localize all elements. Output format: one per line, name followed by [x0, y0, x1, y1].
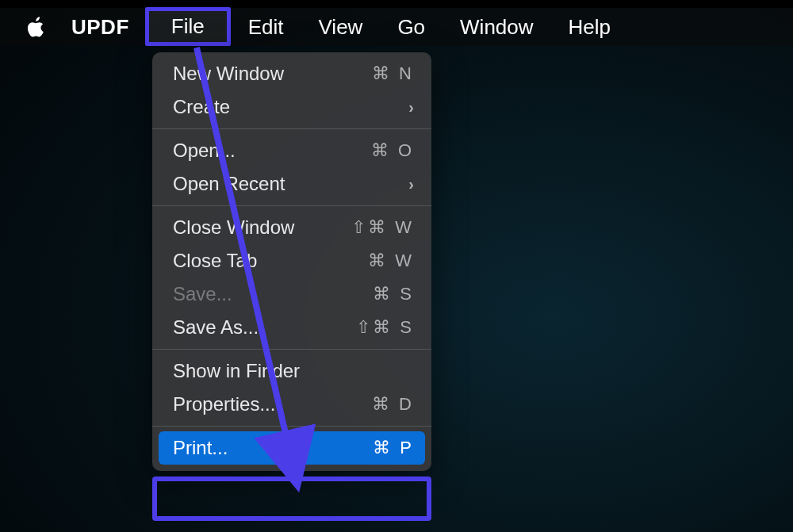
menu-item-shortcut: ⌘ W	[368, 251, 414, 271]
menu-close-tab[interactable]: Close Tab ⌘ W	[152, 244, 431, 277]
menu-item-shortcut: ⇧⌘ S	[356, 317, 414, 338]
menu-item-shortcut: ⌘ S	[373, 284, 414, 304]
menu-close-window[interactable]: Close Window ⇧⌘ W	[152, 211, 431, 244]
menu-item-label: Save As...	[173, 316, 356, 339]
menu-open-recent[interactable]: Open Recent ›	[152, 167, 431, 201]
menu-open[interactable]: Open... ⌘ O	[152, 134, 431, 167]
annotation-highlight-print	[152, 477, 431, 521]
menu-show-in-finder[interactable]: Show in Finder	[152, 354, 431, 388]
chevron-right-icon: ›	[408, 98, 414, 117]
menu-save-as[interactable]: Save As... ⇧⌘ S	[152, 311, 431, 344]
menu-item-shortcut: ⇧⌘ W	[351, 217, 414, 238]
menu-separator	[152, 205, 431, 206]
menu-item-label: Save...	[173, 283, 373, 305]
menu-item-label: Create	[173, 96, 408, 118]
menu-edit[interactable]: Edit	[231, 10, 301, 44]
menu-save: Save... ⌘ S	[152, 277, 431, 311]
menu-item-label: Show in Finder	[173, 360, 414, 382]
menu-file[interactable]: File	[145, 7, 231, 46]
menubar: UPDF File Edit View Go Window Help	[0, 8, 793, 46]
apple-icon[interactable]	[25, 15, 46, 39]
menu-separator	[152, 426, 431, 427]
menu-go[interactable]: Go	[380, 10, 442, 44]
menu-item-label: Print...	[173, 437, 373, 459]
menu-view[interactable]: View	[301, 10, 381, 44]
menu-item-shortcut: ⌘ N	[372, 63, 414, 84]
menu-window[interactable]: Window	[442, 10, 550, 44]
menu-item-label: Open Recent	[173, 173, 408, 195]
menu-create[interactable]: Create ›	[152, 90, 431, 124]
top-strip	[0, 0, 793, 8]
menu-item-label: Close Tab	[173, 250, 368, 272]
menu-item-label: Open...	[173, 140, 371, 162]
menu-item-label: Properties...	[173, 393, 372, 415]
menu-item-shortcut: ⌘ D	[372, 394, 414, 415]
menu-item-label: New Window	[173, 63, 372, 85]
menu-help[interactable]: Help	[551, 10, 628, 44]
menu-new-window[interactable]: New Window ⌘ N	[152, 57, 431, 90]
menu-properties[interactable]: Properties... ⌘ D	[152, 388, 431, 421]
chevron-right-icon: ›	[408, 175, 414, 193]
menu-item-label: Close Window	[173, 216, 351, 239]
app-name[interactable]: UPDF	[71, 15, 129, 40]
menu-separator	[152, 128, 431, 129]
menu-separator	[152, 349, 431, 350]
menu-item-shortcut: ⌘ O	[371, 140, 414, 161]
menu-print[interactable]: Print... ⌘ P	[159, 431, 425, 465]
menu-item-shortcut: ⌘ P	[373, 438, 414, 458]
file-dropdown: New Window ⌘ N Create › Open... ⌘ O Open…	[152, 52, 431, 471]
